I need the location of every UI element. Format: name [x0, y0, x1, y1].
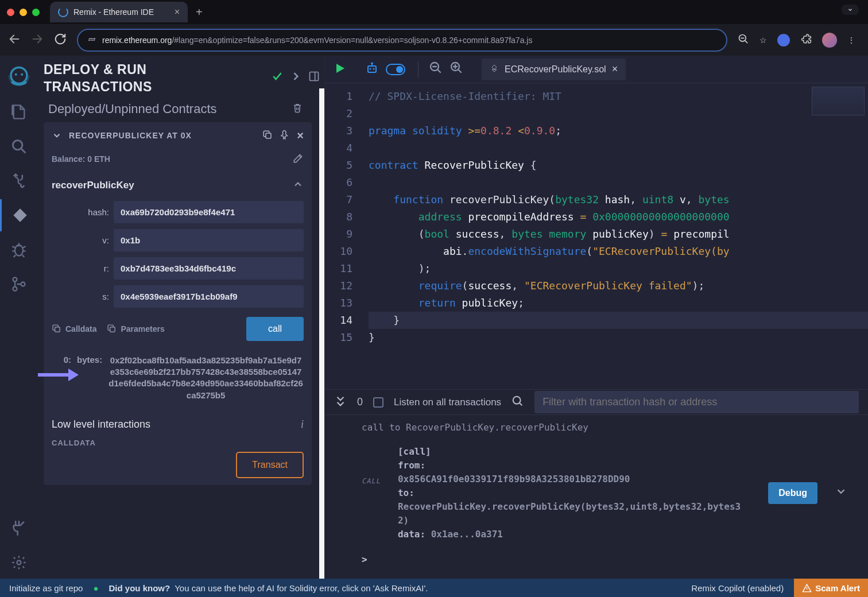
zoom-in-icon[interactable] — [450, 61, 463, 78]
lightbulb-icon: ● — [93, 583, 98, 593]
zoom-out-icon[interactable] — [429, 61, 443, 78]
bookmark-icon[interactable]: ☆ — [760, 36, 767, 45]
svg-point-5 — [11, 68, 27, 84]
terminal-body: call to RecoverPublicKey.recoverPublicKe… — [325, 415, 868, 579]
profile-avatar[interactable] — [822, 33, 837, 48]
input-label-r: r: — [52, 263, 109, 273]
panel-layout-icon[interactable] — [308, 71, 320, 84]
input-label-hash: hash: — [52, 207, 109, 217]
ai-assistant-icon[interactable] — [777, 34, 790, 46]
extensions-icon[interactable] — [800, 33, 812, 46]
scam-alert-badge[interactable]: Scam Alert — [794, 579, 868, 597]
tab-row: Remix - Ethereum IDE × + — [0, 0, 868, 24]
svg-rect-15 — [266, 133, 271, 138]
input-field-r[interactable] — [114, 257, 304, 280]
transact-button[interactable]: Transact — [236, 452, 304, 478]
balance-row: Balance: 0 ETH — [52, 153, 304, 166]
panel-scrollbar[interactable] — [319, 88, 324, 579]
status-bar: Initialize as git repo ● Did you know? Y… — [0, 579, 868, 597]
svg-rect-14 — [310, 72, 319, 81]
editor-file-tab[interactable]: ECRecoverPublicKey.sol × — [482, 59, 626, 80]
function-header[interactable]: recoverPublicKey — [52, 179, 304, 193]
info-icon[interactable]: i — [301, 418, 304, 431]
copy-parameters-button[interactable]: Parameters — [107, 324, 164, 334]
svg-point-11 — [13, 287, 17, 291]
svg-point-6 — [15, 73, 17, 76]
input-field-s[interactable] — [114, 285, 304, 308]
svg-point-3 — [94, 38, 95, 40]
svg-rect-17 — [110, 327, 115, 332]
contract-name: RECOVERPUBLICKEY AT 0X — [69, 131, 255, 140]
debug-button[interactable]: Debug — [768, 482, 817, 504]
copilot-status[interactable]: Remix Copilot (enabled) — [691, 583, 784, 593]
run-icon[interactable] — [333, 61, 347, 77]
input-row-v: v: — [52, 229, 304, 251]
tab-close-icon[interactable]: × — [175, 7, 180, 17]
call-details: [call] from: 0x856CA91f0e0339171f89b98A3… — [398, 445, 751, 541]
browser-tab[interactable]: Remix - Ethereum IDE × — [50, 2, 188, 22]
input-row-s: s: — [52, 285, 304, 308]
sidebar-item-debugger[interactable] — [0, 234, 38, 266]
terminal-prompt[interactable]: > — [362, 553, 847, 567]
ai-robot-icon[interactable] — [365, 61, 379, 77]
sidebar-item-plugin[interactable] — [0, 512, 38, 544]
expand-chevron-icon[interactable] — [835, 485, 847, 502]
tab-title: Remix - Ethereum IDE — [73, 7, 154, 17]
panel-header: DEPLOY & RUNTRANSACTIONS — [44, 61, 320, 96]
check-icon — [272, 71, 283, 84]
deploy-panel: DEPLOY & RUNTRANSACTIONS Deployed/Unpinn… — [38, 56, 325, 579]
url-bar[interactable]: remix.ethereum.org/#lang=en&optimize=fal… — [77, 29, 727, 52]
close-file-icon[interactable]: × — [612, 63, 618, 75]
edit-icon[interactable] — [292, 153, 304, 166]
input-field-v[interactable] — [114, 229, 304, 251]
chevron-down-icon[interactable] — [52, 130, 62, 141]
sidebar-item-settings[interactable] — [0, 546, 38, 579]
code-editor[interactable]: 123456789101112131415 // SPDX-License-Id… — [325, 83, 868, 389]
contract-header[interactable]: RECOVERPUBLICKEY AT 0X × — [52, 129, 304, 142]
minimap[interactable] — [812, 87, 865, 115]
call-button[interactable]: call — [246, 317, 304, 341]
remix-logo[interactable] — [0, 61, 38, 94]
listen-checkbox[interactable] — [373, 397, 383, 408]
back-button[interactable] — [8, 33, 21, 47]
svg-point-20 — [373, 68, 375, 70]
close-contract-icon[interactable]: × — [297, 129, 304, 142]
sidebar-item-search[interactable] — [0, 130, 38, 162]
sidebar-item-deploy[interactable] — [0, 199, 38, 231]
close-window-button[interactable] — [7, 9, 14, 16]
site-settings-icon[interactable] — [87, 34, 96, 45]
output-value: 0x2f02bca8fb10af5aad3a825235bf9ab7a15e9d… — [108, 355, 304, 401]
forward-button[interactable] — [31, 33, 44, 47]
svg-point-9 — [15, 245, 23, 256]
minimize-window-button[interactable] — [20, 9, 27, 16]
window-minimize-chevron[interactable] — [842, 5, 859, 15]
collapse-terminal-icon[interactable] — [334, 395, 347, 409]
terminal-filter-input[interactable] — [534, 391, 859, 413]
input-field-hash[interactable] — [114, 201, 304, 223]
maximize-window-button[interactable] — [32, 9, 40, 16]
zoom-icon[interactable] — [738, 33, 749, 46]
terminal-header: 0 Listen on all transactions — [325, 390, 868, 415]
annotation-arrow — [38, 369, 79, 381]
git-init-link[interactable]: Initialize as git repo — [9, 583, 83, 593]
terminal-search-icon[interactable] — [512, 395, 524, 409]
panel-subtitle-row: Deployed/Unpinned Contracts — [48, 102, 320, 117]
svg-point-19 — [370, 68, 371, 70]
chevron-up-icon[interactable] — [292, 179, 304, 193]
svg-point-7 — [21, 73, 23, 76]
reload-button[interactable] — [54, 33, 67, 47]
pin-icon[interactable] — [280, 130, 290, 142]
terminal-call-block[interactable]: CALL [call] from: 0x856CA91f0e0339171f89… — [362, 445, 847, 541]
sidebar-item-compiler[interactable] — [0, 165, 38, 197]
input-row-hash: hash: — [52, 201, 304, 223]
chrome-menu-icon[interactable]: ⋮ — [847, 36, 854, 45]
code-content[interactable]: // SPDX-License-Identifier: MIT​​pragma … — [369, 83, 868, 389]
sidebar-item-git[interactable] — [0, 268, 38, 300]
ai-toggle[interactable] — [386, 64, 405, 75]
trash-icon[interactable] — [292, 102, 303, 117]
copy-icon[interactable] — [262, 130, 273, 142]
chevron-right-icon[interactable] — [290, 71, 301, 84]
copy-calldata-button[interactable]: Calldata — [52, 324, 96, 334]
sidebar-item-file-explorer[interactable] — [0, 96, 38, 128]
new-tab-button[interactable]: + — [196, 6, 203, 19]
